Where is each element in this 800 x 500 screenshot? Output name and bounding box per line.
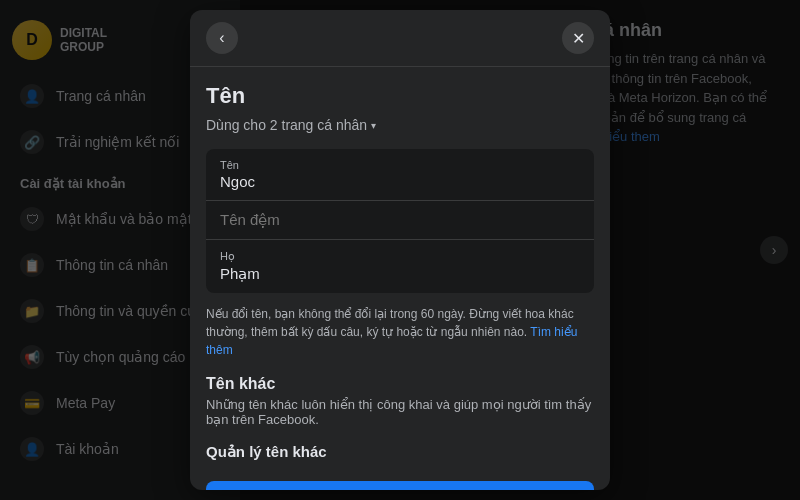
first-name-label: Tên: [220, 159, 580, 171]
review-changes-button[interactable]: Xem lại thay đổi: [206, 481, 594, 490]
first-name-value: Ngoc: [220, 173, 580, 190]
app-layout: D DIGITALGROUP 👤 Trang cá nhân 🔗 Trải ng…: [0, 0, 800, 500]
middle-name-placeholder: Tên đệm: [220, 211, 580, 229]
first-name-field[interactable]: Tên Ngoc: [206, 149, 594, 201]
name-form-group: Tên Ngoc Tên đệm Họ Phạm: [206, 149, 594, 293]
back-icon: ‹: [219, 29, 224, 47]
last-name-label: Họ: [220, 250, 580, 263]
chevron-down-icon: ▾: [371, 120, 376, 131]
modal-close-button[interactable]: ✕: [562, 22, 594, 54]
manage-alt-names-link[interactable]: Quản lý tên khác: [206, 439, 594, 465]
modal-overlay: ‹ ✕ Tên Dùng cho 2 trang cá nhân ▾ Tên N…: [0, 0, 800, 500]
modal: ‹ ✕ Tên Dùng cho 2 trang cá nhân ▾ Tên N…: [190, 10, 610, 490]
name-change-note: Nếu đổi tên, bạn không thể đổi lại trong…: [206, 305, 594, 359]
modal-header: ‹ ✕: [190, 10, 610, 67]
last-name-value: Phạm: [220, 265, 580, 283]
modal-title: Tên: [206, 83, 594, 109]
modal-body: Tên Dùng cho 2 trang cá nhân ▾ Tên Ngoc …: [190, 67, 610, 490]
alt-name-title: Tên khác: [206, 375, 594, 393]
middle-name-field[interactable]: Tên đệm: [206, 201, 594, 240]
last-name-field[interactable]: Họ Phạm: [206, 240, 594, 293]
modal-subtitle[interactable]: Dùng cho 2 trang cá nhân ▾: [206, 117, 594, 133]
alt-name-description: Những tên khác luôn hiển thị công khai v…: [206, 397, 594, 427]
modal-subtitle-text: Dùng cho 2 trang cá nhân: [206, 117, 367, 133]
modal-back-button[interactable]: ‹: [206, 22, 238, 54]
close-icon: ✕: [572, 29, 585, 48]
